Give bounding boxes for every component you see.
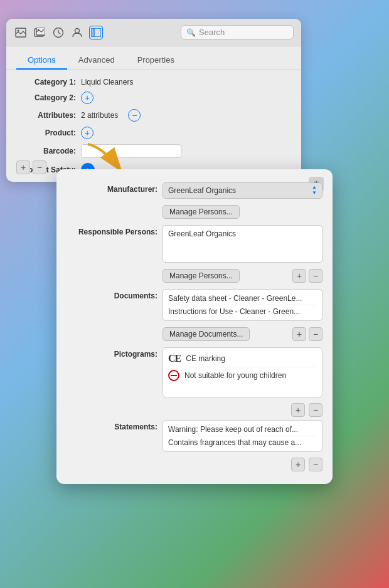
attributes-row: Attributes: 2 attributes −: [16, 109, 291, 122]
documents-row: Documents: Safety data sheet - Cleaner -…: [56, 286, 333, 324]
pictogram-ce-label: CE marking: [186, 354, 225, 363]
attributes-label: Attributes:: [16, 111, 76, 120]
statements-row: Statements: Warning: Please keep out of …: [56, 417, 333, 455]
responsible-persons-value: GreenLeaf Organics: [168, 229, 236, 238]
pictograms-row: Pictograms: CE CE marking Not suitable f…: [56, 344, 333, 401]
statements-add-button[interactable]: +: [291, 458, 305, 471]
documents-list: Safety data sheet - Cleaner - GreenLe...…: [163, 289, 322, 321]
bottom-controls: + −: [16, 160, 46, 174]
tab-options[interactable]: Options: [16, 51, 67, 70]
statements-btn-row: + −: [56, 458, 333, 471]
statement-item-2[interactable]: Contains fragrances that may cause a...: [168, 436, 317, 449]
sidebar-icon[interactable]: [89, 26, 103, 39]
manage-persons-top-row: Manage Persons...: [56, 202, 333, 222]
select-arrows-icon: ▲ ▼: [312, 185, 317, 196]
manufacturer-label: Manufacturer:: [67, 182, 157, 194]
manufacturer-row: Manufacturer: GreenLeaf Organics ▲ ▼: [56, 179, 333, 202]
svg-point-6: [75, 28, 80, 33]
manage-documents-button[interactable]: Manage Documents...: [163, 327, 250, 341]
statements-label: Statements:: [67, 420, 157, 431]
ce-marking-icon: CE: [168, 353, 181, 364]
search-icon: 🔍: [186, 28, 196, 37]
product-safety-modal: ⚙ Manufacturer: GreenLeaf Organics ▲ ▼ M…: [56, 169, 333, 484]
pictograms-label: Pictograms:: [67, 347, 157, 359]
barcode-input[interactable]: [81, 144, 181, 158]
category2-row: Category 2: +: [16, 92, 291, 104]
statements-remove-button[interactable]: −: [309, 458, 322, 471]
attributes-value: 2 attributes: [81, 111, 118, 120]
pictogram-item-ce[interactable]: CE CE marking: [168, 350, 317, 367]
clock-icon[interactable]: [51, 26, 65, 39]
no-children-icon: [168, 370, 179, 381]
bottom-remove-button[interactable]: −: [33, 160, 46, 174]
manage-persons-top-button[interactable]: Manage Persons...: [163, 205, 240, 219]
search-text: Search: [199, 28, 225, 37]
manufacturer-value: GreenLeaf Organics: [168, 186, 236, 195]
category2-add-button[interactable]: +: [81, 92, 93, 104]
manage-persons-bottom-control: Manage Persons... + −: [163, 269, 322, 283]
manufacturer-select[interactable]: GreenLeaf Organics ▲ ▼: [163, 182, 322, 199]
titlebar: 🔍 Search: [6, 19, 301, 46]
search-box[interactable]: 🔍 Search: [181, 25, 294, 39]
statement-item-1[interactable]: Warning: Please keep out of reach of...: [168, 423, 317, 436]
barcode-row: Barcode:: [16, 144, 291, 158]
documents-remove-button[interactable]: −: [309, 327, 322, 341]
tab-properties[interactable]: Properties: [126, 51, 186, 70]
image2-icon[interactable]: [33, 26, 46, 39]
responsible-persons-add-button[interactable]: +: [292, 269, 306, 283]
category2-label: Category 2:: [16, 93, 76, 102]
svg-rect-7: [91, 28, 94, 37]
statements-list: Warning: Please keep out of reach of... …: [163, 420, 322, 452]
responsible-persons-label: Responsible Persons:: [67, 225, 157, 236]
svg-point-4: [38, 29, 40, 31]
tab-advanced[interactable]: Advanced: [67, 51, 126, 70]
manage-docs-spacer: [67, 327, 157, 330]
responsible-persons-control: GreenLeaf Organics: [163, 225, 322, 263]
manufacturer-control: GreenLeaf Organics ▲ ▼: [163, 182, 322, 199]
image-icon[interactable]: [14, 26, 28, 39]
product-add-button[interactable]: +: [81, 127, 93, 139]
category1-row: Category 1: Liquid Cleaners: [16, 78, 291, 87]
manage-persons-bottom-button[interactable]: Manage Persons...: [163, 269, 240, 283]
person-icon[interactable]: [70, 26, 84, 39]
pictograms-control: CE CE marking Not suitable for young chi…: [163, 347, 322, 397]
product-row: Product: +: [16, 127, 291, 139]
barcode-label: Barcode:: [16, 147, 76, 155]
svg-point-1: [18, 29, 19, 31]
product-label: Product:: [16, 129, 76, 137]
manage-documents-row: Manage Documents... + −: [56, 324, 333, 344]
pictograms-remove-button[interactable]: −: [309, 403, 322, 417]
attributes-remove-button[interactable]: −: [128, 109, 141, 122]
tabs-bar: Options Advanced Properties: [6, 46, 301, 70]
responsible-persons-textarea[interactable]: GreenLeaf Organics: [163, 225, 322, 263]
statements-control: Warning: Please keep out of reach of... …: [163, 420, 322, 452]
pictograms-add-button[interactable]: +: [291, 403, 305, 417]
responsible-persons-row: Responsible Persons: GreenLeaf Organics: [56, 222, 333, 266]
document-item-1[interactable]: Safety data sheet - Cleaner - GreenLe...: [168, 292, 317, 305]
responsible-persons-remove-button[interactable]: −: [309, 269, 322, 283]
pictograms-list: CE CE marking Not suitable for young chi…: [163, 347, 322, 397]
documents-add-button[interactable]: +: [292, 327, 306, 341]
background-window: 🔍 Search Options Advanced Properties Cat…: [6, 19, 301, 182]
documents-control: Safety data sheet - Cleaner - GreenLe...…: [163, 289, 322, 321]
pictograms-btn-row: + −: [56, 403, 333, 417]
document-item-2[interactable]: Instructions for Use - Cleaner - Green..…: [168, 305, 317, 318]
manage-persons-control: Manage Persons...: [163, 205, 322, 219]
documents-label: Documents:: [67, 289, 157, 300]
manage-persons-bottom-row: Manage Persons... + −: [56, 266, 333, 286]
manage-persons-spacer: [67, 205, 157, 207]
manage-persons-bottom-spacer: [67, 269, 157, 271]
pictogram-item-no-children[interactable]: Not suitable for young children: [168, 367, 317, 384]
category1-value: Liquid Cleaners: [81, 78, 133, 87]
category1-label: Category 1:: [16, 78, 76, 87]
main-content: Category 1: Liquid Cleaners Category 2: …: [6, 70, 301, 182]
pictogram-no-children-label: Not suitable for young children: [184, 371, 286, 380]
manage-documents-control: Manage Documents... + −: [163, 327, 322, 341]
bottom-add-button[interactable]: +: [16, 160, 30, 174]
